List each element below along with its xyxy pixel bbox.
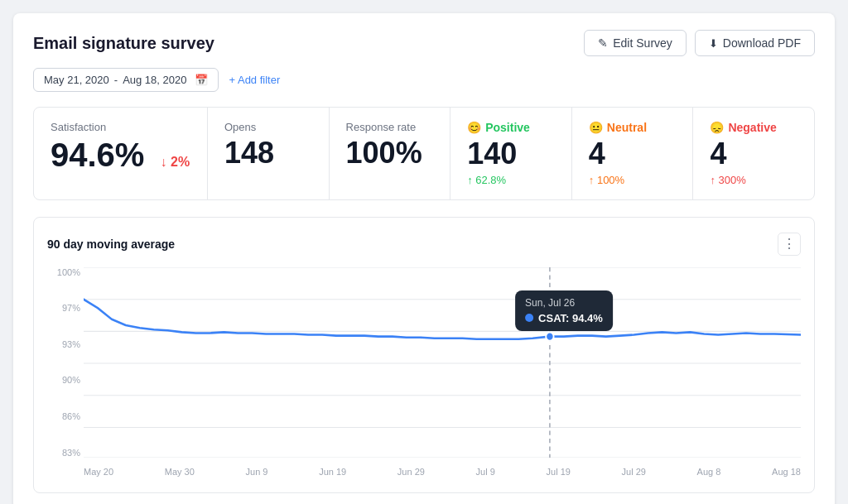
y-label-90: 90% bbox=[47, 375, 80, 385]
positive-metric: 😊 Positive 140 ↑ 62.8% bbox=[450, 108, 572, 199]
header-buttons: ✎ Edit Survey ⬇ Download PDF bbox=[584, 30, 815, 56]
edit-icon: ✎ bbox=[598, 36, 608, 50]
x-label-may20: May 20 bbox=[84, 467, 113, 477]
chart-menu-button[interactable]: ⋮ bbox=[778, 233, 801, 256]
negative-metric: 😞 Negative 4 ↑ 300% bbox=[693, 108, 814, 199]
smile-green-icon: 😊 bbox=[467, 121, 481, 134]
neutral-label: 😐 Neutral bbox=[589, 121, 677, 134]
x-label-aug18: Aug 18 bbox=[772, 467, 801, 477]
smile-negative-icon: 😞 bbox=[710, 121, 724, 134]
date-range-picker[interactable]: May 21, 2020 - Aug 18, 2020 📅 bbox=[33, 68, 219, 92]
download-icon: ⬇ bbox=[709, 37, 718, 50]
x-label-jun19: Jun 19 bbox=[319, 467, 346, 477]
date-end: Aug 18, 2020 bbox=[123, 74, 186, 86]
satisfaction-label: Satisfaction bbox=[51, 121, 190, 133]
chart-svg-container: Sun, Jul 26 CSAT: 94.4% bbox=[84, 267, 801, 458]
response-rate-metric: Response rate 100% bbox=[330, 108, 451, 199]
positive-change: ↑ 62.8% bbox=[467, 174, 555, 186]
satisfaction-value: 94.6% ↓ 2% bbox=[51, 137, 190, 173]
y-label-86: 86% bbox=[47, 411, 80, 421]
y-axis: 100% 97% 93% 90% 86% 83% bbox=[47, 267, 80, 458]
line-chart-svg bbox=[84, 267, 801, 458]
response-rate-value: 100% bbox=[346, 137, 434, 170]
header-row: Email signature survey ✎ Edit Survey ⬇ D… bbox=[33, 30, 815, 56]
negative-label: 😞 Negative bbox=[710, 121, 797, 134]
satisfaction-change: ↓ 2% bbox=[161, 155, 190, 169]
chart-container: 90 day moving average ⋮ 100% 97% 93% 90%… bbox=[33, 217, 815, 493]
add-filter-button[interactable]: + Add filter bbox=[229, 74, 280, 86]
page-title: Email signature survey bbox=[33, 34, 214, 53]
y-label-83: 83% bbox=[47, 448, 80, 458]
calendar-icon: 📅 bbox=[195, 74, 208, 86]
date-separator: - bbox=[114, 74, 118, 86]
ellipsis-icon: ⋮ bbox=[783, 236, 796, 252]
opens-label: Opens bbox=[224, 121, 312, 133]
chart-area: 100% 97% 93% 90% 86% 83% bbox=[47, 267, 801, 482]
response-rate-label: Response rate bbox=[346, 121, 434, 133]
smile-neutral-icon: 😐 bbox=[589, 121, 603, 134]
chart-tooltip-dot bbox=[546, 332, 553, 340]
opens-metric: Opens 148 bbox=[208, 108, 330, 199]
x-axis: May 20 May 30 Jun 9 Jun 19 Jun 29 Jul 9 … bbox=[84, 461, 801, 482]
opens-value: 148 bbox=[224, 137, 312, 170]
x-label-jul9: Jul 9 bbox=[476, 467, 495, 477]
positive-value: 140 bbox=[467, 137, 555, 170]
x-label-jun29: Jun 29 bbox=[398, 467, 425, 477]
y-label-100: 100% bbox=[47, 267, 80, 277]
date-start: May 21, 2020 bbox=[44, 74, 109, 86]
neutral-value: 4 bbox=[589, 137, 677, 170]
negative-change: ↑ 300% bbox=[710, 174, 797, 186]
satisfaction-metric: Satisfaction 94.6% ↓ 2% bbox=[34, 108, 208, 199]
neutral-change: ↑ 100% bbox=[589, 174, 677, 186]
metrics-row: Satisfaction 94.6% ↓ 2% Opens 148 Respon… bbox=[33, 107, 815, 200]
y-label-97: 97% bbox=[47, 303, 80, 313]
x-label-jul29: Jul 29 bbox=[622, 467, 646, 477]
edit-survey-button[interactable]: ✎ Edit Survey bbox=[584, 30, 687, 56]
chart-title: 90 day moving average bbox=[47, 238, 175, 251]
download-pdf-button[interactable]: ⬇ Download PDF bbox=[695, 30, 815, 56]
x-label-may30: May 30 bbox=[165, 467, 195, 477]
x-label-aug8: Aug 8 bbox=[697, 467, 721, 477]
positive-label: 😊 Positive bbox=[467, 121, 555, 134]
y-label-93: 93% bbox=[47, 339, 80, 349]
x-label-jul19: Jul 19 bbox=[547, 467, 571, 477]
negative-value: 4 bbox=[710, 137, 797, 170]
filter-row: May 21, 2020 - Aug 18, 2020 📅 + Add filt… bbox=[33, 68, 815, 92]
neutral-metric: 😐 Neutral 4 ↑ 100% bbox=[572, 108, 694, 199]
x-label-jun9: Jun 9 bbox=[246, 467, 268, 477]
chart-header: 90 day moving average ⋮ bbox=[47, 233, 801, 256]
